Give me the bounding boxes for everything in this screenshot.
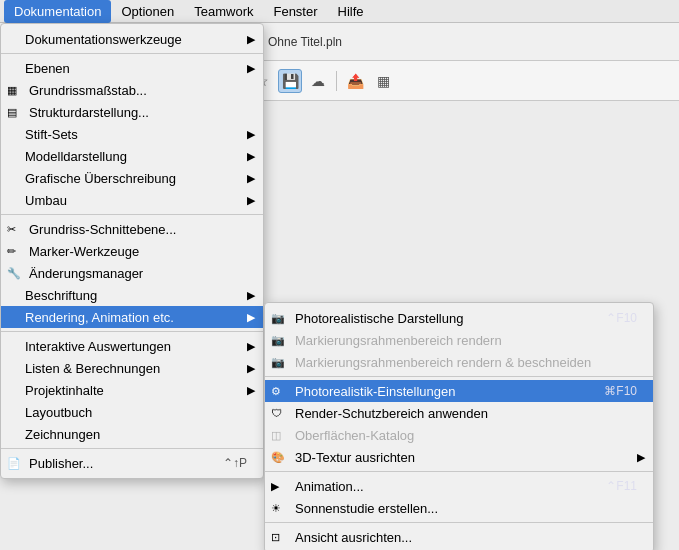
menu-item-projektinhalte[interactable]: Projektinhalte ▶ xyxy=(1,379,263,401)
submenu-sep-2 xyxy=(265,471,653,472)
menu-item-grundrissmassst[interactable]: ▦ Grundrissmaßstab... xyxy=(1,79,263,101)
file-title: Ohne Titel.pln xyxy=(268,35,342,49)
menu-item-aenderungsmanager[interactable]: 🔧 Änderungsmanager xyxy=(1,262,263,284)
toolbar-icon-export[interactable]: 📤 xyxy=(343,69,367,93)
menu-item-umbau[interactable]: Umbau ▶ xyxy=(1,189,263,211)
submenu-item-photorealistik-einst[interactable]: ⚙ Photorealistik-Einstellungen ⌘F10 xyxy=(265,380,653,402)
menubar-item-dokumentation[interactable]: Dokumentation xyxy=(4,0,111,23)
arrow-icon: ▶ xyxy=(247,150,255,163)
shortcut-f11: ⌃F11 xyxy=(586,479,637,493)
submenu-item-render-schutzbereich[interactable]: 🛡 Render-Schutzbereich anwenden xyxy=(265,402,653,424)
arrow-icon: ▶ xyxy=(247,128,255,141)
submenu-item-animation[interactable]: ▶ Animation... ⌃F11 xyxy=(265,475,653,497)
menu-item-publisher[interactable]: 📄 Publisher... ⌃↑P xyxy=(1,452,263,474)
menu-item-grafische-ueberschr[interactable]: Grafische Überschreibung ▶ xyxy=(1,167,263,189)
arrow-icon: ▶ xyxy=(247,384,255,397)
menu-item-ebenen[interactable]: Ebenen ▶ xyxy=(1,57,263,79)
toolbar-icon-save[interactable]: 💾 xyxy=(278,69,302,93)
arrow-icon: ▶ xyxy=(247,289,255,302)
arrow-icon: ▶ xyxy=(247,311,255,324)
toolbar-separator-3 xyxy=(336,71,337,91)
render-protect-icon: 🛡 xyxy=(271,407,282,419)
menu-item-dokumentationswerkzeuge[interactable]: Dokumentationswerkzeuge ▶ xyxy=(1,28,263,50)
arrow-icon: ▶ xyxy=(247,194,255,207)
publisher-icon: 📄 xyxy=(7,457,21,470)
aenderung-icon: 🔧 xyxy=(7,267,21,280)
toolbar-icon-grid[interactable]: ▦ xyxy=(371,69,395,93)
dokumentation-menu: Dokumentationswerkzeuge ▶ Ebenen ▶ ▦ Gru… xyxy=(0,23,264,479)
submenu-sep-3 xyxy=(265,522,653,523)
submenu-item-3d-textur[interactable]: 🎨 3D-Textur ausrichten ▶ xyxy=(265,446,653,468)
shortcut-cmd-f10: ⌘F10 xyxy=(584,384,637,398)
menu-item-beschriftung[interactable]: Beschriftung ▶ xyxy=(1,284,263,306)
submenu-sep-1 xyxy=(265,376,653,377)
arrow-icon: ▶ xyxy=(247,33,255,46)
menu-item-stift-sets[interactable]: Stift-Sets ▶ xyxy=(1,123,263,145)
camera-icon: 📷 xyxy=(271,312,285,325)
align-icon: ⊡ xyxy=(271,531,280,544)
arrow-icon: ▶ xyxy=(247,62,255,75)
menu-sep-3 xyxy=(1,331,263,332)
shortcut-f10: ⌃F10 xyxy=(586,311,637,325)
surface-icon: ◫ xyxy=(271,429,281,442)
submenu-item-photorealist-darst[interactable]: 📷 Photorealistische Darstellung ⌃F10 xyxy=(265,307,653,329)
publisher-shortcut: ⌃↑P xyxy=(203,456,247,470)
schnittebene-icon: ✂ xyxy=(7,223,16,236)
rendering-submenu: 📷 Photorealistische Darstellung ⌃F10 📷 M… xyxy=(264,302,654,550)
menu-item-interaktive-ausw[interactable]: Interaktive Auswertungen ▶ xyxy=(1,335,263,357)
menu-item-layoutbuch[interactable]: Layoutbuch xyxy=(1,401,263,423)
submenu-item-oberflachen-katalog: ◫ Oberflächen-Katalog xyxy=(265,424,653,446)
sun-icon: ☀ xyxy=(271,502,281,515)
menu-item-listen-berechnungen[interactable]: Listen & Berechnungen ▶ xyxy=(1,357,263,379)
submenu-item-ansicht-ausrichten[interactable]: ⊡ Ansicht ausrichten... xyxy=(265,526,653,548)
arrow-icon: ▶ xyxy=(637,451,645,464)
camera3-icon: 📷 xyxy=(271,356,285,369)
menubar-item-teamwork[interactable]: Teamwork xyxy=(184,0,263,23)
menu-sep-2 xyxy=(1,214,263,215)
arrow-icon: ▶ xyxy=(247,172,255,185)
texture-icon: 🎨 xyxy=(271,451,285,464)
menubar-item-hilfe[interactable]: Hilfe xyxy=(328,0,374,23)
marker-icon: ✏ xyxy=(7,245,16,258)
submenu-item-sonnenstudie[interactable]: ☀ Sonnenstudie erstellen... xyxy=(265,497,653,519)
arrow-icon: ▶ xyxy=(247,340,255,353)
arrow-icon: ▶ xyxy=(247,362,255,375)
settings-cam-icon: ⚙ xyxy=(271,385,281,398)
menubar: Dokumentation Optionen Teamwork Fenster … xyxy=(0,0,679,23)
menubar-item-fenster[interactable]: Fenster xyxy=(263,0,327,23)
strukturdarst-icon: ▤ xyxy=(7,106,17,119)
menu-sep-1 xyxy=(1,53,263,54)
submenu-item-markierungsrahmen-render-beschn: 📷 Markierungsrahmenbereich rendern & bes… xyxy=(265,351,653,373)
menu-item-modelldarst[interactable]: Modelldarstellung ▶ xyxy=(1,145,263,167)
menu-item-marker-werkzeuge[interactable]: ✏ Marker-Werkzeuge xyxy=(1,240,263,262)
menu-item-rendering[interactable]: Rendering, Animation etc. ▶ 📷 Photoreali… xyxy=(1,306,263,328)
menubar-item-optionen[interactable]: Optionen xyxy=(111,0,184,23)
toolbar-icon-cloud[interactable]: ☁ xyxy=(306,69,330,93)
camera2-icon: 📷 xyxy=(271,334,285,347)
submenu-item-markierungsrahmen-render: 📷 Markierungsrahmenbereich rendern xyxy=(265,329,653,351)
menu-item-zeichnungen[interactable]: Zeichnungen xyxy=(1,423,263,445)
grundrissmassst-icon: ▦ xyxy=(7,84,17,97)
anim-icon: ▶ xyxy=(271,480,279,493)
menu-item-grundriss-schnitteb[interactable]: ✂ Grundriss-Schnittebene... xyxy=(1,218,263,240)
menu-item-strukturdarst[interactable]: ▤ Strukturdarstellung... xyxy=(1,101,263,123)
menu-sep-4 xyxy=(1,448,263,449)
